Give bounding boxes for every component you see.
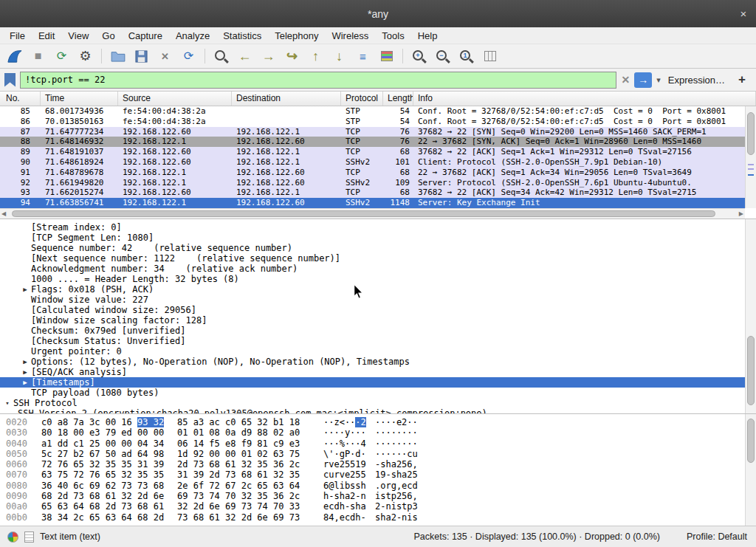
menu-edit[interactable]: Edit	[32, 29, 61, 43]
zoom-original-button[interactable]: 1	[455, 47, 478, 66]
hex-row[interactable]: 00a065 63 64 68 2d 73 68 6132 2d 6e 69 7…	[6, 501, 756, 512]
detail-line[interactable]: [Calculated window size: 29056]	[0, 305, 756, 315]
hex-row[interactable]: 007063 75 72 76 65 32 35 3531 39 2d 73 6…	[6, 469, 756, 480]
expert-info-icon[interactable]	[7, 531, 18, 543]
hex-row[interactable]: 009068 2d 73 68 61 32 2d 6e69 73 74 70 3…	[6, 491, 756, 501]
open-file-button[interactable]	[106, 47, 129, 66]
zoom-in-button[interactable]: +	[408, 47, 430, 66]
reload-file-button[interactable]: ⟳	[177, 47, 200, 66]
detail-line-seq-ack[interactable]: ▶[SEQ/ACK analysis]	[0, 367, 756, 377]
packet-row-92[interactable]: 9271.661949820192.168.122.1192.168.122.6…	[0, 178, 756, 188]
menu-telephony[interactable]: Telephony	[268, 29, 325, 43]
packet-list-vertical-scrollbar[interactable]	[745, 106, 756, 208]
column-header-time[interactable]: Time	[41, 92, 118, 106]
packet-row-91[interactable]: 9171.648789678192.168.122.1192.168.122.6…	[0, 168, 756, 178]
scrollbar-thumb[interactable]	[12, 210, 715, 217]
expander-icon[interactable]: ▶	[19, 357, 31, 367]
menu-statistics[interactable]: Statistics	[216, 29, 268, 43]
hex-row[interactable]: 00b038 34 2c 65 63 64 68 2d73 68 61 32 2…	[6, 512, 756, 523]
detail-line[interactable]: Urgent pointer: 0	[0, 346, 756, 357]
capture-options-button[interactable]: ⚙	[74, 47, 97, 66]
packet-row-94-selected[interactable]: 9471.663856741192.168.122.1192.168.122.6…	[0, 198, 756, 208]
detail-line-options[interactable]: ▶Options: (12 bytes), No-Operation (NOP)…	[0, 357, 756, 367]
details-vertical-scrollbar[interactable]	[745, 219, 756, 413]
detail-line[interactable]: 1000 .... = Header Length: 32 bytes (8)	[0, 274, 756, 284]
go-back-button[interactable]: ←	[233, 47, 256, 66]
zoom-out-button[interactable]: −	[431, 47, 454, 66]
detail-line[interactable]: [TCP Segment Len: 1080]	[0, 233, 756, 243]
scrollbar-thumb[interactable]	[747, 336, 755, 406]
detail-line[interactable]: TCP payload (1080 bytes)	[0, 388, 756, 398]
column-header-destination[interactable]: Destination	[232, 92, 341, 106]
go-first-packet-button[interactable]: ↑	[304, 47, 327, 66]
menu-go[interactable]: Go	[95, 29, 121, 43]
find-packet-button[interactable]	[210, 47, 233, 66]
expander-icon[interactable]: ▶	[19, 284, 31, 295]
hex-row[interactable]: 003080 18 00 e3 79 ed 00 0001 01 08 0a d…	[6, 427, 756, 438]
detail-line-ssh-protocol[interactable]: ▾SSH Protocol	[0, 398, 756, 408]
filter-dropdown-icon[interactable]: ▾	[656, 75, 661, 85]
filter-bookmark-icon[interactable]	[4, 73, 16, 87]
scrollbar-thumb[interactable]	[747, 419, 755, 463]
expander-icon[interactable]: ▶	[19, 367, 31, 377]
menu-help[interactable]: Help	[411, 29, 444, 43]
close-window-button[interactable]: ×	[731, 7, 756, 20]
scroll-left-icon[interactable]: ◀	[1, 210, 6, 217]
column-header-protocol[interactable]: Protocol	[341, 92, 383, 106]
menu-tools[interactable]: Tools	[375, 29, 410, 43]
hex-row[interactable]: 008036 40 6c 69 62 73 73 682e 6f 72 67 2…	[6, 481, 756, 491]
column-header-source[interactable]: Source	[118, 92, 232, 106]
menu-file[interactable]: File	[3, 29, 32, 43]
hex-row[interactable]: 0040a1 dd c1 25 00 00 04 3406 14 f5 e8 f…	[6, 438, 756, 449]
detail-line[interactable]: Sequence number: 42 (relative sequence n…	[0, 243, 756, 253]
column-header-length[interactable]: Length	[383, 92, 413, 106]
save-file-button[interactable]	[130, 47, 153, 66]
detail-line[interactable]: Acknowledgment number: 34 (relative ack …	[0, 264, 756, 274]
close-file-button[interactable]: ✕	[154, 47, 176, 66]
start-capture-button[interactable]	[3, 47, 26, 66]
column-header-no[interactable]: No.	[0, 92, 41, 106]
menu-analyze[interactable]: Analyze	[169, 29, 216, 43]
menu-wireless[interactable]: Wireless	[325, 29, 375, 43]
menu-capture[interactable]: Capture	[122, 29, 169, 43]
go-forward-button[interactable]: →	[257, 47, 280, 66]
add-filter-button[interactable]: +	[732, 72, 752, 87]
packet-row-90[interactable]: 9071.648618924192.168.122.60192.168.122.…	[0, 157, 756, 168]
detail-line-timestamps-selected[interactable]: ▶[Timestamps]	[0, 377, 756, 388]
detail-line[interactable]: [Next sequence number: 1122 (relative se…	[0, 253, 756, 264]
stop-capture-button[interactable]: ■	[27, 47, 49, 66]
filter-apply-button[interactable]: →	[634, 72, 652, 88]
filter-clear-icon[interactable]: ✕	[621, 74, 630, 86]
packet-list-horizontal-scrollbar[interactable]: ◀ ▶	[0, 208, 745, 219]
packet-row-87[interactable]: 8771.647777234192.168.122.60192.168.122.…	[0, 127, 756, 137]
detail-line[interactable]: [Checksum Status: Unverified]	[0, 336, 756, 346]
scroll-right-icon[interactable]: ▶	[739, 210, 743, 217]
detail-line[interactable]: [Window size scaling factor: 128]	[0, 315, 756, 326]
expander-icon[interactable]: ▶	[19, 377, 31, 388]
packet-row-85[interactable]: 8568.001734936fe:54:00:d4:38:2aSTP54Conf…	[0, 106, 756, 117]
go-to-packet-button[interactable]: ↪	[281, 47, 303, 66]
display-filter-input[interactable]	[20, 72, 616, 89]
profile-text[interactable]: Profile: Default	[687, 531, 747, 542]
hex-row[interactable]: 0020c0 a8 7a 3c 00 16 93 3285 a3 ac c0 6…	[6, 417, 756, 427]
detail-line-flags[interactable]: ▶Flags: 0x018 (PSH, ACK)	[0, 284, 756, 295]
packet-row-89[interactable]: 8971.648191037192.168.122.60192.168.122.…	[0, 147, 756, 157]
detail-line-ssh-version[interactable]: SSH Version 2 (encryption:chacha20-poly1…	[0, 408, 756, 413]
expression-button[interactable]: Expression…	[665, 75, 728, 86]
hex-vertical-scrollbar[interactable]	[745, 414, 756, 526]
capture-comment-icon[interactable]	[24, 531, 34, 543]
column-header-info[interactable]: Info	[413, 92, 756, 106]
packet-row-86[interactable]: 8670.013850163fe:54:00:d4:38:2aSTP54Conf…	[0, 117, 756, 127]
packet-row-88[interactable]: 8871.648146932192.168.122.1192.168.122.6…	[0, 137, 756, 147]
hex-row[interactable]: 00505c 27 b2 67 50 ad 64 981d 92 00 00 0…	[6, 449, 756, 459]
auto-scroll-button[interactable]: ≡	[351, 47, 374, 66]
expander-icon[interactable]: ▾	[1, 398, 13, 408]
packet-row-93[interactable]: 9371.662015274192.168.122.60192.168.122.…	[0, 188, 756, 198]
detail-line[interactable]: Checksum: 0x79ed [unverified]	[0, 326, 756, 336]
resize-columns-button[interactable]	[478, 47, 501, 66]
detail-line[interactable]: Window size value: 227	[0, 295, 756, 305]
detail-line[interactable]: [Stream index: 0]	[0, 222, 756, 233]
colorize-button[interactable]	[375, 47, 398, 66]
go-last-packet-button[interactable]: ↓	[328, 47, 351, 66]
menu-view[interactable]: View	[61, 29, 95, 43]
